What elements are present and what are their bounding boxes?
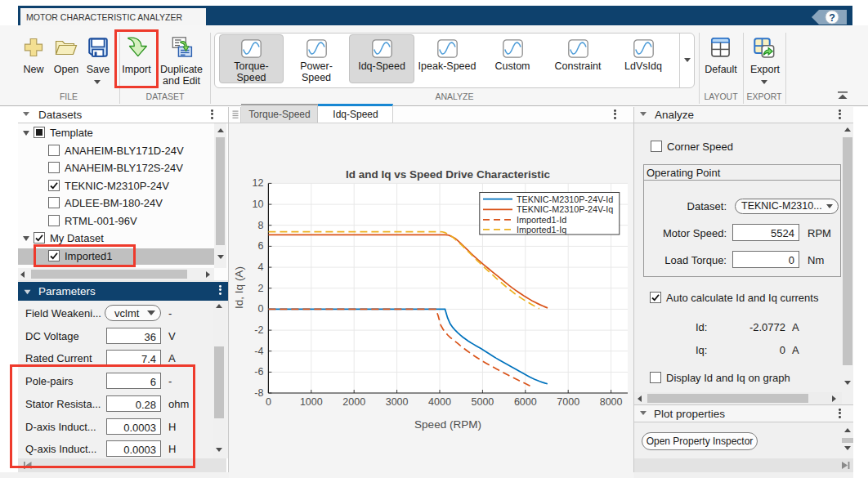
svg-text:-6: -6 — [254, 366, 263, 377]
svg-text:Imported1-Id: Imported1-Id — [517, 215, 566, 225]
svg-text:TEKNIC-M2310P-24V-Iq: TEKNIC-M2310P-24V-Iq — [517, 204, 613, 214]
svg-text:12: 12 — [252, 177, 263, 189]
svg-text:-2: -2 — [254, 324, 263, 336]
svg-text:Speed (RPM): Speed (RPM) — [414, 418, 481, 431]
svg-text:?: ? — [829, 12, 835, 24]
svg-text:0: 0 — [266, 396, 271, 408]
svg-text:5000: 5000 — [471, 396, 494, 408]
svg-text:8000: 8000 — [600, 396, 623, 408]
svg-text:Id and Iq vs Speed Drive Chara: Id and Iq vs Speed Drive Characteristic — [346, 168, 550, 181]
svg-text:2000: 2000 — [342, 396, 365, 408]
svg-text:Imported1-Iq: Imported1-Iq — [517, 225, 566, 235]
svg-text:6000: 6000 — [514, 396, 537, 408]
svg-text:8: 8 — [257, 220, 263, 231]
svg-text:3000: 3000 — [386, 396, 409, 408]
svg-text:10: 10 — [252, 199, 263, 210]
svg-text:7000: 7000 — [557, 396, 579, 408]
svg-text:4: 4 — [257, 261, 263, 273]
svg-text:-8: -8 — [254, 387, 263, 399]
svg-text:-4: -4 — [254, 346, 263, 357]
svg-text:Id, Iq (A): Id, Iq (A) — [233, 266, 245, 309]
svg-text:6: 6 — [257, 240, 263, 252]
svg-text:TEKNIC-M2310P-24V-Id: TEKNIC-M2310P-24V-Id — [517, 194, 613, 204]
svg-text:1000: 1000 — [300, 396, 323, 408]
svg-text:2: 2 — [257, 283, 263, 294]
svg-text:4000: 4000 — [428, 396, 451, 408]
svg-text:0: 0 — [257, 303, 263, 315]
